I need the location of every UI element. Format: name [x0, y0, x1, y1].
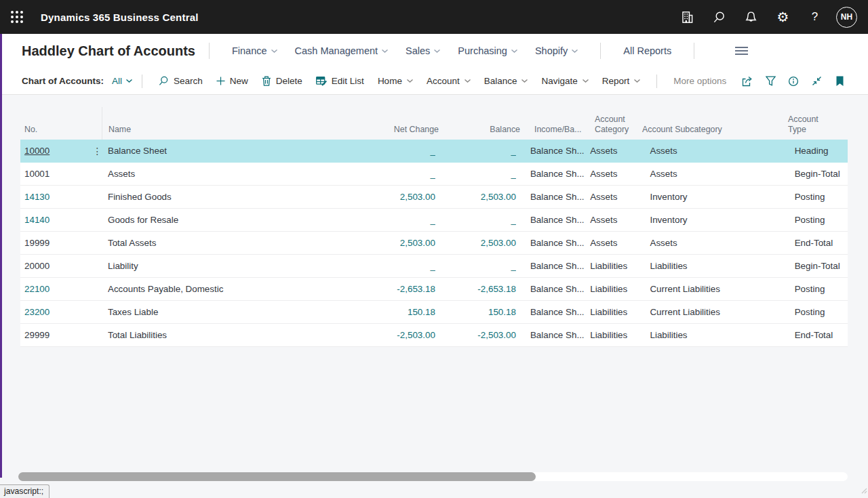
column-header-balance[interactable]: Balance	[439, 125, 520, 135]
cell-balance[interactable]: -2,653.18	[435, 284, 516, 294]
cell-balance[interactable]: _	[435, 215, 516, 225]
column-header-name[interactable]: Name	[108, 125, 380, 135]
cell-balance[interactable]: 2,503.00	[435, 192, 516, 202]
more-options-button[interactable]: More options	[673, 76, 726, 86]
cell-net_change[interactable]: 2,503.00	[377, 192, 435, 202]
menu-navigate[interactable]: Navigate	[534, 76, 595, 86]
nav-item-purchasing[interactable]: Purchasing	[449, 45, 526, 56]
cell-no[interactable]: 14130	[20, 192, 87, 202]
column-header-income_balance[interactable]: Income/Ba...	[534, 125, 595, 135]
nav-item-all-reports[interactable]: All Reports	[614, 45, 680, 56]
menu-home[interactable]: Home	[371, 76, 420, 86]
cell-no[interactable]: 23200	[20, 307, 87, 317]
chevron-down-icon	[382, 49, 388, 53]
cell-no[interactable]: 19999	[20, 238, 87, 248]
cell-type: End-Total	[795, 330, 848, 340]
divider	[142, 75, 142, 88]
table-row[interactable]: 14140Goods for Resale__Balance Sh...Asse…	[20, 209, 848, 232]
cell-subcategory: Assets	[650, 146, 794, 156]
info-icon[interactable]	[785, 73, 802, 89]
horizontal-scrollbar[interactable]	[18, 472, 848, 481]
top-app-bar: Dynamics 365 Business Central	[0, 0, 868, 34]
cell-category: Assets	[590, 192, 650, 202]
cell-net_change[interactable]: _	[377, 215, 435, 225]
chevron-down-icon	[572, 49, 578, 53]
environment-building-icon[interactable]	[671, 0, 703, 34]
cell-balance[interactable]: _	[435, 146, 516, 156]
filter-icon[interactable]	[762, 73, 778, 89]
menu-balance[interactable]: Balance	[477, 76, 535, 86]
waffle-icon	[11, 11, 23, 23]
settings-gear-icon[interactable]: ⚙	[767, 0, 799, 34]
cell-no[interactable]: 14140	[20, 215, 87, 225]
cell-name: Finished Goods	[108, 192, 377, 202]
column-header-no[interactable]: No.	[20, 125, 88, 135]
bookmark-icon[interactable]	[831, 73, 848, 89]
table-row[interactable]: 22100Accounts Payable, Domestic-2,653.18…	[20, 278, 848, 301]
cell-balance[interactable]: _	[435, 261, 516, 271]
nav-item-sales[interactable]: Sales	[397, 45, 449, 56]
cell-net_change[interactable]: _	[377, 261, 435, 271]
cell-balance[interactable]: _	[435, 169, 516, 179]
cell-income_balance: Balance Sh...	[530, 169, 590, 179]
chevron-down-icon	[634, 79, 640, 83]
edit-list-button[interactable]: Edit List	[309, 76, 371, 86]
cell-no[interactable]: 29999	[20, 330, 87, 340]
cell-net_change[interactable]: -2,653.18	[377, 284, 435, 294]
table-row[interactable]: 19999Total Assets2,503.002,503.00Balance…	[20, 232, 848, 255]
help-icon[interactable]: ?	[799, 0, 831, 34]
cell-net_change[interactable]: 150.18	[377, 307, 435, 317]
cell-net_change[interactable]: -2,503.00	[377, 330, 435, 340]
cell-category: Assets	[590, 169, 650, 179]
avatar[interactable]: NH	[836, 7, 857, 28]
menu-report[interactable]: Report	[595, 76, 648, 86]
cell-income_balance: Balance Sh...	[530, 192, 590, 202]
hamburger-menu-icon[interactable]	[727, 47, 756, 55]
cell-net_change[interactable]: _	[377, 146, 435, 156]
table-row[interactable]: 20000Liability__Balance Sh...Liabilities…	[20, 255, 848, 278]
cell-net_change[interactable]: _	[377, 169, 435, 179]
column-header-category[interactable]: Account Category	[595, 115, 642, 135]
cell-type: Begin-Total	[795, 261, 848, 271]
table-row[interactable]: 23200Taxes Liable150.18150.18Balance Sh.…	[20, 301, 848, 324]
nav-item-cash-management[interactable]: Cash Management	[286, 45, 397, 56]
cell-balance[interactable]: -2,503.00	[435, 330, 516, 340]
column-header-type[interactable]: Account Type	[788, 115, 835, 135]
table-row[interactable]: 14130Finished Goods2,503.002,503.00Balan…	[20, 186, 848, 209]
app-title[interactable]: Dynamics 365 Business Central	[41, 12, 199, 23]
nav-item-finance[interactable]: Finance	[223, 45, 286, 56]
table-row[interactable]: 29999Total Liabilities-2,503.00-2,503.00…	[20, 324, 848, 347]
nav-label: Cash Management	[295, 45, 378, 56]
collapse-icon[interactable]	[808, 73, 825, 89]
notifications-bell-icon[interactable]	[735, 0, 767, 34]
view-filter-all[interactable]: All	[112, 76, 132, 86]
page-header: Haddley Chart of Accounts Finance Cash M…	[0, 34, 868, 68]
delete-button[interactable]: Delete	[255, 76, 309, 86]
nav-item-shopify[interactable]: Shopify	[526, 45, 587, 56]
table-row[interactable]: 10001Assets__Balance Sh...AssetsAssetsBe…	[20, 163, 848, 186]
new-button[interactable]: New	[210, 76, 255, 86]
cell-net_change[interactable]: 2,503.00	[377, 238, 435, 248]
scrollbar-thumb[interactable]	[18, 472, 536, 481]
column-header-net_change[interactable]: Net Change	[380, 125, 439, 135]
menu-account[interactable]: Account	[420, 76, 477, 86]
cell-no[interactable]: 10000	[20, 146, 87, 156]
search-button[interactable]: Search	[152, 76, 210, 86]
menu-label: Home	[378, 76, 402, 86]
cell-no[interactable]: 10001	[20, 169, 87, 179]
table-row[interactable]: 10000⋮Balance Sheet__Balance Sh...Assets…	[20, 140, 848, 163]
cell-balance[interactable]: 150.18	[435, 307, 516, 317]
cell-subcategory: Liabilities	[650, 330, 794, 340]
share-icon[interactable]	[739, 73, 755, 89]
app-launcher-icon[interactable]	[0, 0, 34, 34]
cell-type: Posting	[795, 215, 848, 225]
cell-category: Assets	[590, 238, 650, 248]
chevron-down-icon	[126, 79, 132, 83]
cell-no[interactable]: 22100	[20, 284, 87, 294]
cell-balance[interactable]: 2,503.00	[435, 238, 516, 248]
search-icon[interactable]	[703, 0, 735, 34]
column-header-subcategory[interactable]: Account Subcategory	[642, 125, 788, 135]
cell-no[interactable]: 20000	[20, 261, 87, 271]
menu-label: Balance	[484, 76, 517, 86]
row-context-menu-icon[interactable]: ⋮	[93, 146, 103, 157]
